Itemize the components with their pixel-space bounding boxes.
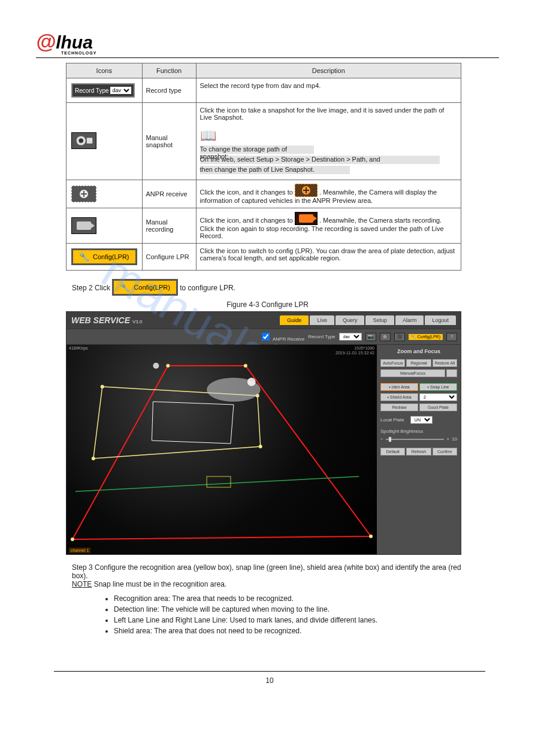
svg-point-8 xyxy=(71,538,74,541)
svg-rect-7 xyxy=(207,476,231,487)
fn-desc: Click the icon to take a snapshot for th… xyxy=(196,103,461,180)
side-panel: Zoom and Focus AutoFocus Regional Restor… xyxy=(377,345,461,554)
shield-area-select[interactable]: 2 xyxy=(419,393,457,401)
shield-area-button[interactable]: ▪ Shield Area xyxy=(380,393,418,401)
record-type-select[interactable]: dav xyxy=(110,87,131,94)
redacted-text: On the web, select Setup > Storage > Des… xyxy=(200,156,440,164)
redacted-text: To change the storage path of snapshot: xyxy=(200,145,314,154)
manualfocus-button[interactable]: ManualFocus xyxy=(380,369,445,377)
table-row: ANPR receive Click the icon, and it chan… xyxy=(67,180,461,208)
list-item: Shield area: The area that does not need… xyxy=(114,627,499,635)
svg-rect-2 xyxy=(87,138,93,144)
list-item: Recognition area: The area that needs to… xyxy=(114,594,499,603)
fn-label: Record type xyxy=(142,78,196,103)
svg-point-9 xyxy=(166,364,170,368)
spotlight-slider[interactable]: − + 10 xyxy=(380,436,457,442)
th-icons: Icons xyxy=(67,63,143,78)
confirm-button[interactable]: Confirm xyxy=(433,448,457,456)
refresh-button[interactable]: Refresh xyxy=(406,448,431,456)
top-tabs: Guide Live Query Setup Alarm Logout xyxy=(280,315,456,325)
localplate-label: Local Plate UN xyxy=(380,416,457,424)
webservice-logo: WEB SERVICE V3.0 xyxy=(71,315,142,325)
step-3: Step 3 Configure the recognition area (y… xyxy=(72,563,463,588)
divider xyxy=(36,57,499,58)
list-item: Left Lane Line and Right Lane Line: Used… xyxy=(114,616,499,624)
plus-button[interactable]: + xyxy=(446,369,457,377)
anpr-receive-checkbox[interactable]: ANPR Receive xyxy=(259,331,304,342)
th-description: Description xyxy=(196,63,461,78)
localplate-select[interactable]: UN xyxy=(410,416,433,424)
svg-point-1 xyxy=(78,138,83,143)
fn-label: Manual recording xyxy=(142,208,196,244)
wrench-icon: 🔧 xyxy=(120,283,130,292)
table-row: Manual snapshot Click the icon to take a… xyxy=(67,103,461,180)
svg-marker-5 xyxy=(152,402,233,444)
svg-line-6 xyxy=(75,476,359,491)
brand-logo: @lhua TECHNOLOGY xyxy=(36,30,499,55)
goodplate-button[interactable]: Good Plate xyxy=(419,403,457,411)
page-number: 10 xyxy=(54,671,485,685)
svg-point-10 xyxy=(244,364,247,368)
tab-alarm[interactable]: Alarm xyxy=(395,315,424,325)
list-item: Detection line: The vehicle will be capt… xyxy=(114,605,499,614)
default-button[interactable]: Default xyxy=(380,448,405,456)
record-type-label: Record Type xyxy=(308,334,335,339)
figure-caption: Figure 4-3 Configure LPR xyxy=(36,300,499,309)
svg-point-15 xyxy=(92,457,95,460)
iden-area-button[interactable]: ▪ Iden Area xyxy=(380,383,418,391)
regional-button[interactable]: Regional xyxy=(406,359,431,367)
manual-snapshot-icon xyxy=(71,132,96,149)
fn-desc: Select the record type from dav and mp4. xyxy=(196,78,461,103)
svg-point-17 xyxy=(247,378,256,386)
tab-logout[interactable]: Logout xyxy=(425,315,456,325)
fn-desc: Click the icon to switch to config (LPR)… xyxy=(196,244,461,271)
svg-point-12 xyxy=(101,385,104,388)
th-function: Function xyxy=(142,63,196,78)
record-type-icon: Record Type dav xyxy=(71,83,135,98)
tab-query[interactable]: Query xyxy=(335,315,365,325)
tab-guide[interactable]: Guide xyxy=(280,315,309,325)
config-lpr-mini-button[interactable]: 🔧 Config(LPR) xyxy=(409,334,443,340)
record-type-mini-select[interactable]: dav xyxy=(339,333,362,341)
fn-label: ANPR receive xyxy=(142,180,196,208)
fn-desc: Click the icon, and it changes to . Mean… xyxy=(196,208,461,244)
redraw-button[interactable]: Redraw xyxy=(380,403,418,411)
anpr-mini-icon[interactable]: ⊕ xyxy=(380,333,391,341)
fn-label: Configure LPR xyxy=(142,244,196,271)
fn-desc: Click the icon, and it changes to . Mean… xyxy=(196,180,461,208)
step-2: Step 2 Click 🔧 Config(LPR) to configure … xyxy=(72,279,499,296)
record-mini-icon[interactable]: 🎥 xyxy=(394,333,405,341)
recording-active-icon xyxy=(295,212,318,225)
svg-point-11 xyxy=(369,535,373,538)
functions-table: Icons Function Description Record Type d… xyxy=(66,63,461,271)
snap-line-button[interactable]: ▪ Snap Line xyxy=(419,383,457,391)
table-row: Record Type dav Record type Select the r… xyxy=(67,78,461,103)
spotlight-label: Spotlight Brightness xyxy=(380,429,457,434)
config-lpr-button[interactable]: 🔧 Config(LPR) xyxy=(112,279,178,296)
manual-recording-icon xyxy=(71,217,96,234)
video-area[interactable]: 4189Kbps 1920*1080 2019-11-01 15:32:42 c… xyxy=(67,345,377,554)
webservice-screenshot: WEB SERVICE V3.0 Guide Live Query Setup … xyxy=(66,311,461,555)
config-lpr-icon: 🔧 Config(LPR) xyxy=(71,248,137,265)
bullet-list: Recognition area: The area that needs to… xyxy=(90,594,499,635)
redacted-text: then change the path of Live Snapshot. xyxy=(200,166,350,174)
restoreall-button[interactable]: Restore All xyxy=(433,359,457,367)
panel-title: Zoom and Focus xyxy=(380,348,457,354)
tab-live[interactable]: Live xyxy=(310,315,334,325)
svg-point-14 xyxy=(259,445,262,448)
wrench-icon: 🔧 xyxy=(79,252,89,262)
fn-label: Manual snapshot xyxy=(142,103,196,180)
overlay-shapes xyxy=(67,345,377,554)
anpr-receive-icon xyxy=(71,186,96,202)
svg-point-18 xyxy=(153,363,159,369)
snapshot-mini-icon[interactable]: 📷 xyxy=(365,333,376,341)
anpr-active-icon xyxy=(295,184,318,197)
table-row: Manual recording Click the icon, and it … xyxy=(67,208,461,244)
book-icon: 📖 xyxy=(200,128,216,144)
table-row: 🔧 Config(LPR) Configure LPR Click the ic… xyxy=(67,244,461,271)
help-icon[interactable]: ? xyxy=(446,333,457,341)
autofocus-button[interactable]: AutoFocus xyxy=(380,359,405,367)
tab-setup[interactable]: Setup xyxy=(365,315,394,325)
